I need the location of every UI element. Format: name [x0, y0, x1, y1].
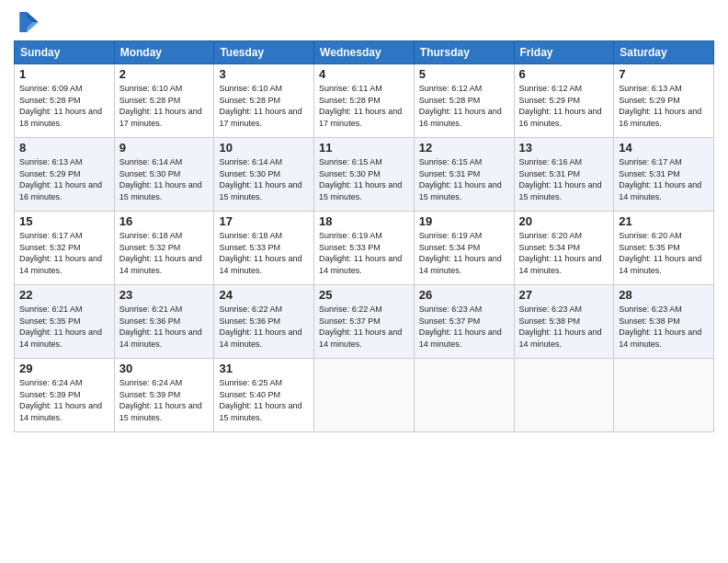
calendar-cell: 30Sunrise: 6:24 AM Sunset: 5:39 PM Dayli…: [114, 359, 214, 432]
day-number: 29: [19, 362, 109, 375]
calendar-cell: 23Sunrise: 6:21 AM Sunset: 5:36 PM Dayli…: [114, 285, 214, 359]
day-number: 31: [219, 362, 309, 375]
calendar-cell: 15Sunrise: 6:17 AM Sunset: 5:32 PM Dayli…: [15, 212, 115, 285]
day-number: 24: [219, 288, 309, 302]
calendar-cell: 13Sunrise: 6:16 AM Sunset: 5:31 PM Dayli…: [514, 138, 614, 212]
day-number: 5: [419, 67, 509, 81]
day-info: Sunrise: 6:10 AM Sunset: 5:28 PM Dayligh…: [219, 83, 309, 129]
day-info: Sunrise: 6:18 AM Sunset: 5:32 PM Dayligh…: [119, 230, 210, 276]
day-info: Sunrise: 6:14 AM Sunset: 5:30 PM Dayligh…: [119, 156, 210, 202]
calendar: SundayMondayTuesdayWednesdayThursdayFrid…: [14, 40, 714, 432]
header: [14, 9, 714, 35]
day-header: Sunday: [15, 41, 115, 64]
day-info: Sunrise: 6:17 AM Sunset: 5:32 PM Dayligh…: [19, 230, 109, 276]
calendar-cell: 6Sunrise: 6:12 AM Sunset: 5:29 PM Daylig…: [514, 64, 614, 138]
calendar-cell: 9Sunrise: 6:14 AM Sunset: 5:30 PM Daylig…: [114, 138, 214, 212]
day-info: Sunrise: 6:09 AM Sunset: 5:28 PM Dayligh…: [19, 83, 109, 129]
calendar-cell: 12Sunrise: 6:15 AM Sunset: 5:31 PM Dayli…: [414, 138, 514, 212]
calendar-cell: 20Sunrise: 6:20 AM Sunset: 5:34 PM Dayli…: [514, 212, 614, 285]
day-info: Sunrise: 6:19 AM Sunset: 5:33 PM Dayligh…: [319, 230, 409, 276]
logo: [14, 9, 43, 35]
day-number: 12: [419, 141, 509, 155]
calendar-cell: 3Sunrise: 6:10 AM Sunset: 5:28 PM Daylig…: [214, 64, 314, 138]
calendar-cell: 21Sunrise: 6:20 AM Sunset: 5:35 PM Dayli…: [614, 212, 714, 285]
day-info: Sunrise: 6:17 AM Sunset: 5:31 PM Dayligh…: [619, 156, 709, 202]
day-info: Sunrise: 6:21 AM Sunset: 5:35 PM Dayligh…: [19, 304, 109, 350]
day-number: 16: [119, 214, 210, 228]
day-info: Sunrise: 6:18 AM Sunset: 5:33 PM Dayligh…: [219, 230, 309, 276]
day-number: 22: [19, 288, 109, 302]
day-info: Sunrise: 6:14 AM Sunset: 5:30 PM Dayligh…: [219, 156, 309, 202]
day-number: 13: [519, 141, 609, 155]
day-number: 15: [19, 214, 109, 228]
day-info: Sunrise: 6:20 AM Sunset: 5:34 PM Dayligh…: [519, 230, 609, 276]
day-number: 18: [319, 214, 409, 228]
page: SundayMondayTuesdayWednesdayThursdayFrid…: [0, 0, 728, 563]
day-header: Thursday: [414, 41, 514, 64]
day-info: Sunrise: 6:16 AM Sunset: 5:31 PM Dayligh…: [519, 156, 609, 202]
calendar-cell: 22Sunrise: 6:21 AM Sunset: 5:35 PM Dayli…: [15, 285, 115, 359]
calendar-cell: 5Sunrise: 6:12 AM Sunset: 5:28 PM Daylig…: [414, 64, 514, 138]
day-info: Sunrise: 6:24 AM Sunset: 5:39 PM Dayligh…: [19, 377, 109, 423]
day-info: Sunrise: 6:21 AM Sunset: 5:36 PM Dayligh…: [119, 304, 210, 350]
calendar-cell: 26Sunrise: 6:23 AM Sunset: 5:37 PM Dayli…: [414, 285, 514, 359]
day-header: Monday: [114, 41, 214, 64]
logo-icon: [14, 9, 40, 35]
day-number: 6: [519, 67, 609, 81]
day-number: 11: [319, 141, 409, 155]
day-info: Sunrise: 6:20 AM Sunset: 5:35 PM Dayligh…: [619, 230, 709, 276]
calendar-cell: 10Sunrise: 6:14 AM Sunset: 5:30 PM Dayli…: [214, 138, 314, 212]
day-info: Sunrise: 6:12 AM Sunset: 5:29 PM Dayligh…: [519, 83, 609, 129]
day-number: 10: [219, 141, 309, 155]
day-number: 17: [219, 214, 309, 228]
day-number: 23: [119, 288, 210, 302]
day-info: Sunrise: 6:24 AM Sunset: 5:39 PM Dayligh…: [119, 377, 210, 423]
day-info: Sunrise: 6:11 AM Sunset: 5:28 PM Dayligh…: [319, 83, 409, 129]
calendar-cell: 24Sunrise: 6:22 AM Sunset: 5:36 PM Dayli…: [214, 285, 314, 359]
calendar-cell: 25Sunrise: 6:22 AM Sunset: 5:37 PM Dayli…: [314, 285, 415, 359]
calendar-cell: 7Sunrise: 6:13 AM Sunset: 5:29 PM Daylig…: [614, 64, 714, 138]
day-info: Sunrise: 6:10 AM Sunset: 5:28 PM Dayligh…: [119, 83, 210, 129]
day-header: Saturday: [614, 41, 714, 64]
calendar-cell: 1Sunrise: 6:09 AM Sunset: 5:28 PM Daylig…: [15, 64, 115, 138]
day-info: Sunrise: 6:23 AM Sunset: 5:38 PM Dayligh…: [519, 304, 609, 350]
day-number: 19: [419, 214, 509, 228]
day-number: 3: [219, 67, 309, 81]
day-number: 14: [619, 141, 709, 155]
day-number: 9: [119, 141, 210, 155]
day-number: 8: [19, 141, 109, 155]
day-info: Sunrise: 6:12 AM Sunset: 5:28 PM Dayligh…: [419, 83, 509, 129]
calendar-cell: 8Sunrise: 6:13 AM Sunset: 5:29 PM Daylig…: [15, 138, 115, 212]
day-header: Tuesday: [214, 41, 314, 64]
day-number: 7: [619, 67, 709, 81]
calendar-cell: [514, 359, 614, 432]
calendar-cell: 14Sunrise: 6:17 AM Sunset: 5:31 PM Dayli…: [614, 138, 714, 212]
calendar-cell: 4Sunrise: 6:11 AM Sunset: 5:28 PM Daylig…: [314, 64, 415, 138]
day-info: Sunrise: 6:15 AM Sunset: 5:30 PM Dayligh…: [319, 156, 409, 202]
calendar-cell: 28Sunrise: 6:23 AM Sunset: 5:38 PM Dayli…: [614, 285, 714, 359]
calendar-cell: 11Sunrise: 6:15 AM Sunset: 5:30 PM Dayli…: [314, 138, 415, 212]
day-info: Sunrise: 6:23 AM Sunset: 5:37 PM Dayligh…: [419, 304, 509, 350]
day-info: Sunrise: 6:22 AM Sunset: 5:37 PM Dayligh…: [319, 304, 409, 350]
day-number: 28: [619, 288, 709, 302]
day-number: 30: [119, 362, 210, 375]
calendar-cell: 2Sunrise: 6:10 AM Sunset: 5:28 PM Daylig…: [114, 64, 214, 138]
day-info: Sunrise: 6:23 AM Sunset: 5:38 PM Dayligh…: [619, 304, 709, 350]
calendar-cell: 31Sunrise: 6:25 AM Sunset: 5:40 PM Dayli…: [214, 359, 314, 432]
calendar-cell: 27Sunrise: 6:23 AM Sunset: 5:38 PM Dayli…: [514, 285, 614, 359]
calendar-cell: 19Sunrise: 6:19 AM Sunset: 5:34 PM Dayli…: [414, 212, 514, 285]
calendar-cell: [614, 359, 714, 432]
day-header: Friday: [514, 41, 614, 64]
day-number: 26: [419, 288, 509, 302]
day-info: Sunrise: 6:13 AM Sunset: 5:29 PM Dayligh…: [619, 83, 709, 129]
day-header: Wednesday: [314, 41, 415, 64]
calendar-cell: [314, 359, 415, 432]
calendar-cell: [414, 359, 514, 432]
day-number: 27: [519, 288, 609, 302]
day-number: 1: [19, 67, 109, 81]
day-number: 2: [119, 67, 210, 81]
day-info: Sunrise: 6:13 AM Sunset: 5:29 PM Dayligh…: [19, 156, 109, 202]
calendar-cell: 17Sunrise: 6:18 AM Sunset: 5:33 PM Dayli…: [214, 212, 314, 285]
calendar-cell: 16Sunrise: 6:18 AM Sunset: 5:32 PM Dayli…: [114, 212, 214, 285]
day-number: 4: [319, 67, 409, 81]
